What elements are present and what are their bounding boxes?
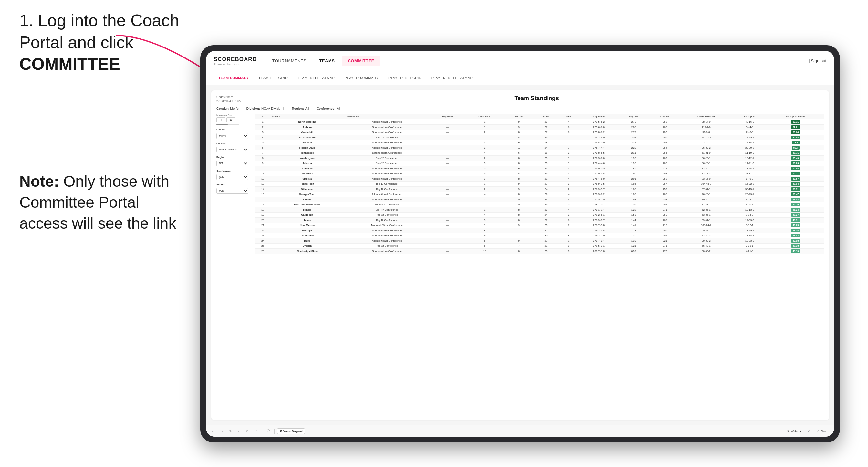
cell-rank: 11 bbox=[255, 171, 270, 176]
cell-school[interactable]: Auburn bbox=[270, 125, 344, 130]
min-rounds-input2[interactable] bbox=[226, 117, 236, 122]
rounds-slider[interactable] bbox=[216, 124, 239, 125]
cell-vs-top25: 14-21-0 bbox=[732, 161, 768, 166]
cell-adj-score: 275.7 -4.4 bbox=[580, 145, 618, 151]
cell-vs-top25: 23-11-0 bbox=[732, 171, 768, 176]
cell-school[interactable]: Alabama bbox=[270, 166, 344, 171]
sign-out-link[interactable]: | Sign out bbox=[809, 58, 826, 63]
cell-reg-rank: — bbox=[430, 156, 465, 161]
cell-school[interactable]: Illinois bbox=[270, 207, 344, 213]
nav-tournaments[interactable]: TOURNAMENTS bbox=[267, 56, 312, 66]
subnav-player-h2h-heatmap[interactable]: PLAYER H2H HEATMAP bbox=[427, 74, 477, 82]
cell-reg-rank: — bbox=[430, 182, 465, 187]
cell-reg-rank: — bbox=[430, 135, 465, 140]
toolbar-bookmark[interactable]: □ bbox=[245, 429, 250, 434]
cell-school[interactable]: Georgia Tech bbox=[270, 192, 344, 197]
cell-school[interactable]: Ole Miss bbox=[270, 140, 344, 145]
cell-reg-rank: — bbox=[430, 125, 465, 130]
division-select[interactable]: NCAA Division I bbox=[216, 147, 248, 152]
cell-rnds: 21 bbox=[534, 244, 557, 249]
cell-school[interactable]: Texas A&M bbox=[270, 233, 344, 238]
toolbar-info[interactable]: ⓘ bbox=[265, 428, 272, 434]
cell-school[interactable]: California bbox=[270, 213, 344, 218]
cell-low-rd: 269 bbox=[649, 218, 681, 223]
cell-school[interactable]: North Carolina bbox=[270, 120, 344, 125]
gender-select[interactable]: Men's Women's bbox=[216, 133, 248, 139]
cell-school[interactable]: New Mexico bbox=[270, 223, 344, 228]
toolbar-expand[interactable]: ⤢ bbox=[806, 429, 812, 434]
cell-school[interactable]: Washington bbox=[270, 156, 344, 161]
cell-school[interactable]: Duke bbox=[270, 238, 344, 244]
cell-school[interactable]: Vanderbilt bbox=[270, 130, 344, 135]
share-label: Share bbox=[820, 430, 828, 433]
cell-reg-rank: — bbox=[430, 228, 465, 233]
table-row: 22 Georgia Southeastern Conference — 8 7… bbox=[255, 228, 824, 233]
conference-select[interactable]: (All) bbox=[216, 174, 248, 180]
subnav-team-h2h-grid[interactable]: TEAM H2H GRID bbox=[254, 74, 292, 82]
cell-avg-sg: 1.28 bbox=[618, 228, 649, 233]
subnav-team-h2h-heatmap[interactable]: TEAM H2H HEATMAP bbox=[293, 74, 339, 82]
cell-conference: Atlantic Coast Conference bbox=[344, 192, 430, 197]
cell-school[interactable]: Oklahoma bbox=[270, 187, 344, 192]
view-original-button[interactable]: 👁 View: Original bbox=[277, 428, 305, 434]
cell-conf-rank: 2 bbox=[465, 187, 504, 192]
cell-overall: 72-30-1 bbox=[681, 166, 732, 171]
cell-vs-top50: 48.54 bbox=[768, 228, 824, 233]
table-row: 11 Arkansas Southeastern Conference — 6 … bbox=[255, 171, 824, 176]
view-icon: 👁 bbox=[279, 430, 282, 433]
watch-button[interactable]: 👁 Watch ▾ bbox=[785, 429, 803, 434]
cell-school[interactable]: Arkansas bbox=[270, 171, 344, 176]
cell-no-tour: 8 bbox=[504, 176, 534, 182]
table-row: 3 Vanderbilt Southeastern Conference — 2… bbox=[255, 130, 824, 135]
cell-vs-top50: 60.71 bbox=[768, 187, 824, 192]
cell-school[interactable]: Texas bbox=[270, 218, 344, 223]
toolbar-back[interactable]: ◁ bbox=[210, 429, 216, 434]
subnav-player-h2h-grid[interactable]: PLAYER H2H GRID bbox=[384, 74, 426, 82]
cell-school[interactable]: East Tennessee State bbox=[270, 202, 344, 207]
cell-school[interactable]: Florida bbox=[270, 197, 344, 202]
cell-school[interactable]: Tennessee bbox=[270, 151, 344, 156]
toolbar-home[interactable]: ⌂ bbox=[237, 429, 242, 434]
nav-teams[interactable]: TEAMS bbox=[313, 56, 340, 66]
subnav-team-summary[interactable]: TEAM SUMMARY bbox=[214, 74, 253, 82]
cell-conf-rank: 1 bbox=[465, 125, 504, 130]
cell-rnds: 23 bbox=[534, 249, 557, 254]
cell-no-tour: 6 bbox=[504, 140, 534, 145]
cell-school[interactable]: Texas Tech bbox=[270, 182, 344, 187]
school-select[interactable]: (All) bbox=[216, 188, 248, 194]
cell-school[interactable]: Arizona State bbox=[270, 135, 344, 140]
min-rounds-input1[interactable] bbox=[216, 117, 225, 122]
cell-wins: 4 bbox=[558, 192, 580, 197]
cell-conference: Southeastern Conference bbox=[344, 166, 430, 171]
cell-low-rd: 271 bbox=[649, 207, 681, 213]
toolbar-reload[interactable]: ↻ bbox=[227, 429, 234, 434]
cell-reg-rank: — bbox=[430, 244, 465, 249]
nav-committee[interactable]: COMMITTEE bbox=[342, 56, 380, 66]
cell-overall: 61-21-0 bbox=[681, 151, 732, 156]
cell-wins: 6 bbox=[558, 125, 580, 130]
cell-vs-top50: 48.27 bbox=[768, 213, 824, 218]
cell-avg-sg: 2.37 bbox=[618, 140, 649, 145]
cell-wins: 3 bbox=[558, 171, 580, 176]
toolbar-forward[interactable]: ▷ bbox=[219, 429, 225, 434]
cell-school[interactable]: Arizona bbox=[270, 161, 344, 166]
cell-school[interactable]: Mississippi State bbox=[270, 249, 344, 254]
cell-adj-score: 277.5 -2.9 bbox=[580, 197, 618, 202]
cell-reg-rank: — bbox=[430, 166, 465, 171]
cell-school[interactable]: Oregon bbox=[270, 244, 344, 249]
cell-conf-rank: 4 bbox=[465, 151, 504, 156]
cell-school[interactable]: Florida State bbox=[270, 145, 344, 151]
cell-conf-rank: 1 bbox=[465, 120, 504, 125]
region-select[interactable]: N/A bbox=[216, 160, 248, 166]
subnav-player-summary[interactable]: PLAYER SUMMARY bbox=[340, 74, 383, 82]
cell-adj-score: 273.6 -6.0 bbox=[580, 125, 618, 130]
table-row: 24 Duke Atlantic Coast Conference — 5 9 … bbox=[255, 238, 824, 244]
share-button[interactable]: ↗ Share bbox=[815, 429, 830, 434]
cell-rnds: 18 bbox=[534, 140, 557, 145]
cell-school[interactable]: Georgia bbox=[270, 228, 344, 233]
cell-rank: 16 bbox=[255, 197, 270, 202]
conference-value: All bbox=[337, 107, 340, 111]
cell-vs-top25: 9-10-1 bbox=[732, 202, 768, 207]
toolbar-share-icon[interactable]: ⬆ bbox=[253, 429, 259, 434]
cell-school[interactable]: Virginia bbox=[270, 176, 344, 182]
